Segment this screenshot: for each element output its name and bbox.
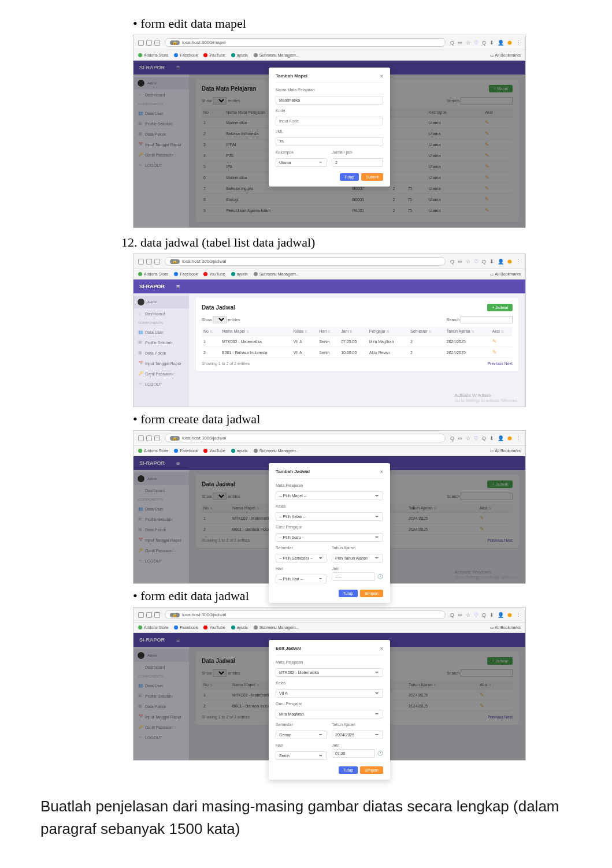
hari-select[interactable]: Senin <box>276 751 327 760</box>
back-icon[interactable] <box>138 40 144 46</box>
modal-title: Edit Jadwal <box>276 646 301 651</box>
bookmark-item[interactable]: YouTube <box>209 53 225 57</box>
edit-icon[interactable]: ✎ <box>492 338 497 344</box>
entries-select[interactable]: 10 <box>213 316 227 323</box>
clock-icon[interactable]: 🕐 <box>377 751 383 756</box>
caption-2: 12. data jadwal (tabel list data jadwal) <box>121 235 589 250</box>
close-button[interactable]: Tutup <box>340 173 359 181</box>
submit-button[interactable]: Simpan <box>360 590 383 597</box>
screenshot-4: 🔒localhost:3000/jadwal Q⇔☆♡Q⬇👤⬢⋮ Addons … <box>133 607 526 761</box>
close-icon[interactable]: × <box>380 469 383 475</box>
jml-input[interactable] <box>276 137 383 146</box>
bookmark-item[interactable]: ayuda <box>237 53 248 57</box>
kelompok-select[interactable]: Utama <box>276 158 327 167</box>
add-jadwal-button[interactable]: + Jadwal <box>487 304 513 311</box>
kode-input[interactable] <box>276 117 383 125</box>
caption-3: • form create data jadwal <box>133 412 589 427</box>
nama-input[interactable] <box>276 96 383 105</box>
tahun-select[interactable]: 2024/2025 <box>332 731 383 739</box>
modal-title: Tambah Mapel <box>276 73 307 79</box>
browser-toolbar: 🔒localhost:3000/mapel Q⇔☆♡Q⬇👤⬢⋮ <box>133 35 525 50</box>
semester-select[interactable]: -- Pilih Semester -- <box>276 554 327 562</box>
url-text: localhost:3000/jadwal <box>182 259 227 264</box>
guru-select[interactable]: -- Pilih Guru -- <box>276 533 383 542</box>
kelas-select[interactable]: -- Pilih Kelas -- <box>276 512 383 521</box>
all-bookmarks[interactable]: ▭ All Bookmarks <box>490 53 521 58</box>
caption-1: • form edit data mapel <box>133 16 589 31</box>
url-text: localhost:3000/mapel <box>182 40 226 45</box>
user-prompt-text: Buatlah penjelasan dari masing-masing ga… <box>40 795 572 840</box>
create-jadwal-modal: Tambah Jadwal× Mata Pelajaran -- Pilih M… <box>269 463 390 603</box>
edit-icon[interactable]: ✎ <box>492 349 497 355</box>
close-icon[interactable]: × <box>380 73 383 79</box>
pagination[interactable]: Previous Next <box>487 362 513 366</box>
url-bar[interactable]: 🔒localhost:3000/mapel <box>165 38 446 47</box>
screenshot-3: 🔒localhost:3000/jadwal Q⇔☆♡Q⬇👤⬢⋮ Addons … <box>133 430 526 584</box>
modal-title: Tambah Jadwal <box>276 469 310 475</box>
search-input[interactable] <box>461 316 513 323</box>
jadwal-table: No⇅Nama Mapel⇅Kelas⇅Hari⇅Jam⇅Pengajar⇅Se… <box>202 327 513 358</box>
table-info: Showing 1 to 2 of 2 entries <box>202 362 250 366</box>
clock-icon[interactable]: 🕐 <box>377 574 383 579</box>
field-label: Nama Mata Pelajaran <box>276 88 383 92</box>
screenshot-2: 🔒localhost:3000/jadwal Q⇔☆♡Q⬇👤⬢⋮ Addons … <box>133 254 526 407</box>
screenshot-1: 🔒localhost:3000/mapel Q⇔☆♡Q⬇👤⬢⋮ Addons S… <box>133 35 526 228</box>
bookmark-item[interactable]: Addons Store <box>144 53 168 57</box>
reload-icon[interactable] <box>154 40 160 46</box>
submit-button[interactable]: Simpan <box>360 766 383 774</box>
field-label: Kode <box>276 109 383 113</box>
field-label: Kelompok <box>276 150 327 154</box>
close-button[interactable]: Tutup <box>339 590 358 597</box>
jumlah-jam-input[interactable] <box>332 158 383 167</box>
guru-select[interactable]: Mira Magfirah <box>276 710 383 718</box>
forward-icon[interactable] <box>146 40 152 46</box>
edit-jadwal-modal: Edit Jadwal× Mata Pelajaran MTK002 - Mat… <box>269 640 390 780</box>
tahun-select[interactable]: Pilih Tahun Ajaran <box>332 554 383 562</box>
semester-select[interactable]: Genap <box>276 731 327 739</box>
jam-input[interactable] <box>332 572 375 581</box>
mapel-select[interactable]: -- Pilih Mapel -- <box>276 491 383 500</box>
kelas-select[interactable]: VII A <box>276 689 383 698</box>
hari-select[interactable]: -- Pilih Hari -- <box>276 575 327 583</box>
submit-button[interactable]: Submit <box>361 173 383 181</box>
windows-watermark: Activate WindowsGo to Settings to activa… <box>455 393 519 403</box>
page-title: Data Jadwal <box>202 304 235 311</box>
bookmark-item[interactable]: Facebook <box>180 53 198 57</box>
close-button[interactable]: Tutup <box>339 766 358 774</box>
mapel-select[interactable]: MTK002 - Matematika <box>276 668 383 677</box>
url-bar[interactable]: 🔒localhost:3000/jadwal <box>165 257 446 266</box>
close-icon[interactable]: × <box>380 646 383 651</box>
bookmarks-bar: Addons Store Facebook YouTube ayuda Subm… <box>133 50 525 61</box>
field-label: Jumlah jam <box>332 150 383 154</box>
bookmark-item[interactable]: Submenu Managem... <box>259 53 299 57</box>
jam-input[interactable] <box>332 749 375 758</box>
edit-mapel-modal: Tambah Mapel× Nama Mata Pelajaran Kode J… <box>269 68 390 187</box>
field-label: JML <box>276 129 383 133</box>
